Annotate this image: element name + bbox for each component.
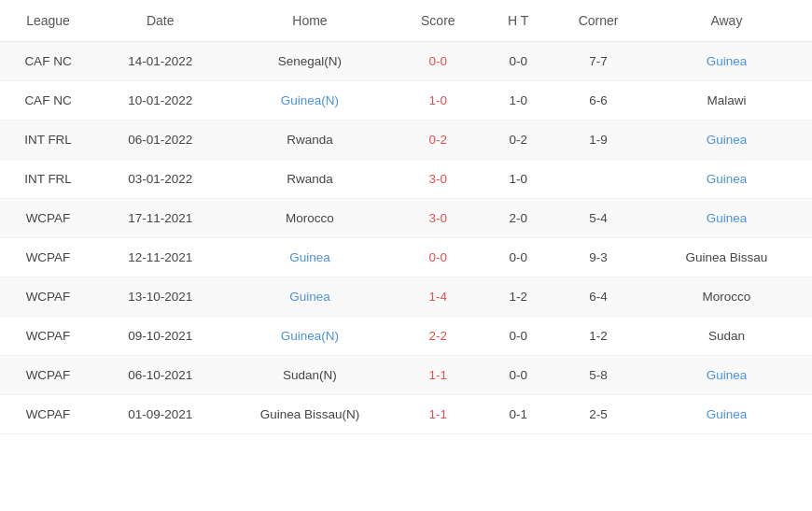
cell-league: CAF NC xyxy=(0,42,96,81)
cell-ht: 0-1 xyxy=(481,395,555,434)
cell-ht: 2-0 xyxy=(481,199,555,238)
cell-away: Guinea Bissau xyxy=(641,238,812,277)
cell-date: 09-10-2021 xyxy=(96,317,224,356)
cell-away: Guinea xyxy=(641,121,812,160)
cell-date: 13-10-2021 xyxy=(96,277,224,317)
header-score: Score xyxy=(396,0,482,42)
cell-corner: 6-4 xyxy=(555,277,641,317)
cell-ht: 0-0 xyxy=(481,42,555,81)
cell-score: 2-2 xyxy=(396,317,482,356)
cell-away: Guinea xyxy=(641,42,812,81)
cell-away: Guinea xyxy=(641,199,812,238)
cell-corner: 6-6 xyxy=(555,81,641,121)
cell-league: WCPAF xyxy=(0,238,96,277)
table-row: WCPAF06-10-2021Sudan(N)1-10-05-8Guinea xyxy=(0,356,812,395)
cell-home: Rwanda xyxy=(224,160,395,199)
cell-corner: 1-2 xyxy=(555,317,641,356)
cell-home: Morocco xyxy=(224,199,395,238)
cell-score: 1-1 xyxy=(396,395,482,434)
cell-score: 1-4 xyxy=(396,277,482,317)
cell-ht: 1-0 xyxy=(481,81,555,121)
cell-corner: 1-9 xyxy=(555,121,641,160)
match-history-table: League Date Home Score H T Corner Away C… xyxy=(0,0,812,434)
cell-away: Malawi xyxy=(641,81,812,121)
cell-home: Guinea(N) xyxy=(224,317,395,356)
cell-corner xyxy=(555,160,641,199)
cell-ht: 0-0 xyxy=(481,317,555,356)
cell-ht: 1-2 xyxy=(481,277,555,317)
cell-date: 03-01-2022 xyxy=(96,160,224,199)
cell-league: INT FRL xyxy=(0,121,96,160)
cell-ht: 0-0 xyxy=(481,356,555,395)
cell-away: Guinea xyxy=(641,356,812,395)
header-home: Home xyxy=(224,0,395,42)
header-league: League xyxy=(0,0,96,42)
cell-date: 12-11-2021 xyxy=(96,238,224,277)
table-row: INT FRL03-01-2022Rwanda3-01-0Guinea xyxy=(0,160,812,199)
cell-home: Guinea Bissau(N) xyxy=(224,395,395,434)
cell-score: 1-0 xyxy=(396,81,482,121)
cell-date: 14-01-2022 xyxy=(96,42,224,81)
cell-league: WCPAF xyxy=(0,277,96,317)
cell-date: 10-01-2022 xyxy=(96,81,224,121)
cell-ht: 1-0 xyxy=(481,160,555,199)
table-row: WCPAF17-11-2021Morocco3-02-05-4Guinea xyxy=(0,199,812,238)
cell-corner: 2-5 xyxy=(555,395,641,434)
table-row: WCPAF09-10-2021Guinea(N)2-20-01-2Sudan xyxy=(0,317,812,356)
table-row: WCPAF01-09-2021Guinea Bissau(N)1-10-12-5… xyxy=(0,395,812,434)
cell-away: Guinea xyxy=(641,160,812,199)
cell-corner: 9-3 xyxy=(555,238,641,277)
table-row: WCPAF12-11-2021Guinea0-00-09-3Guinea Bis… xyxy=(0,238,812,277)
cell-home: Senegal(N) xyxy=(224,42,395,81)
table-row: INT FRL06-01-2022Rwanda0-20-21-9Guinea xyxy=(0,121,812,160)
cell-score: 0-2 xyxy=(396,121,482,160)
cell-corner: 5-8 xyxy=(555,356,641,395)
cell-score: 0-0 xyxy=(396,42,482,81)
cell-away: Sudan xyxy=(641,317,812,356)
cell-home: Rwanda xyxy=(224,121,395,160)
cell-corner: 7-7 xyxy=(555,42,641,81)
cell-score: 0-0 xyxy=(396,238,482,277)
cell-ht: 0-2 xyxy=(481,121,555,160)
cell-date: 01-09-2021 xyxy=(96,395,224,434)
cell-league: WCPAF xyxy=(0,356,96,395)
header-ht: H T xyxy=(481,0,555,42)
cell-league: CAF NC xyxy=(0,81,96,121)
cell-home: Sudan(N) xyxy=(224,356,395,395)
cell-league: WCPAF xyxy=(0,199,96,238)
table-row: CAF NC10-01-2022Guinea(N)1-01-06-6Malawi xyxy=(0,81,812,121)
header-date: Date xyxy=(96,0,224,42)
cell-score: 1-1 xyxy=(396,356,482,395)
cell-home: Guinea xyxy=(224,277,395,317)
table-row: WCPAF13-10-2021Guinea1-41-26-4Morocco xyxy=(0,277,812,317)
cell-corner: 5-4 xyxy=(555,199,641,238)
cell-ht: 0-0 xyxy=(481,238,555,277)
cell-date: 06-01-2022 xyxy=(96,121,224,160)
table-row: CAF NC14-01-2022Senegal(N)0-00-07-7Guine… xyxy=(0,42,812,81)
cell-home: Guinea(N) xyxy=(224,81,395,121)
cell-away: Guinea xyxy=(641,395,812,434)
cell-date: 17-11-2021 xyxy=(96,199,224,238)
cell-score: 3-0 xyxy=(396,160,482,199)
header-corner: Corner xyxy=(555,0,641,42)
header-away: Away xyxy=(641,0,812,42)
cell-league: INT FRL xyxy=(0,160,96,199)
cell-date: 06-10-2021 xyxy=(96,356,224,395)
cell-score: 3-0 xyxy=(396,199,482,238)
cell-home: Guinea xyxy=(224,238,395,277)
cell-league: WCPAF xyxy=(0,317,96,356)
cell-league: WCPAF xyxy=(0,395,96,434)
cell-away: Morocco xyxy=(641,277,812,317)
